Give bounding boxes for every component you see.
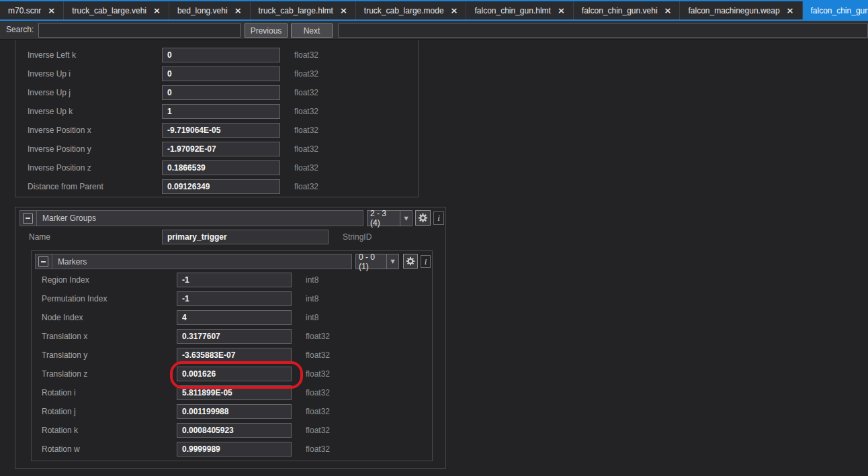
field-type: float32 — [294, 104, 318, 119]
field-label: Inverse Position z — [28, 160, 91, 175]
block-index-value: 2 - 3 (4) — [367, 211, 400, 226]
field-label: Name — [29, 230, 50, 244]
tab-label: truck_cab_large.mode — [364, 6, 444, 15]
block-index-dropdown[interactable]: 2 - 3 (4) ▼ — [367, 210, 413, 226]
tab-falcon-machinegun-weap[interactable]: falcon_machinegun.weap × — [680, 1, 802, 19]
field-row: Translation y float32 — [32, 348, 432, 363]
tab-label: falcon_machinegun.weap — [688, 6, 779, 15]
field-input-inverse-position-z[interactable] — [162, 160, 280, 175]
settings-button[interactable] — [415, 210, 431, 226]
collapse-button[interactable] — [38, 256, 48, 267]
close-icon[interactable]: × — [153, 6, 161, 15]
search-input[interactable] — [38, 23, 241, 38]
field-row: Region Index int8 — [32, 273, 432, 287]
field-input-translation-z[interactable] — [177, 367, 292, 381]
search-label: Search: — [6, 21, 34, 39]
field-type: float32 — [294, 179, 318, 194]
field-row: Rotation k float32 — [32, 423, 432, 438]
field-label: Translation z — [42, 367, 87, 381]
field-row: Inverse Position x float32 — [15, 123, 418, 138]
field-type: int8 — [306, 291, 318, 306]
gear-icon — [406, 256, 415, 266]
field-input-inverse-position-y[interactable] — [162, 142, 280, 156]
field-label: Rotation j — [42, 404, 76, 419]
field-type: float32 — [306, 329, 330, 344]
field-input-inverse-position-x[interactable] — [162, 123, 280, 138]
field-row: Inverse Position y float32 — [15, 142, 418, 156]
tab-label: falcon_chin_gun.mode — [811, 6, 868, 15]
field-row: Name StringID — [15, 230, 445, 244]
close-icon[interactable]: × — [664, 6, 672, 15]
field-row: Rotation w float32 — [32, 442, 432, 457]
field-input-inverse-up-j[interactable] — [162, 85, 280, 100]
field-type: float32 — [306, 404, 330, 419]
field-input-inverse-up-i[interactable] — [162, 66, 280, 81]
tab-label: falcon_chin_gun.vehi — [582, 6, 658, 15]
tab-label: m70.scnr — [8, 6, 41, 15]
field-input-translation-y[interactable] — [177, 348, 292, 363]
tab-falcon-chin-gun-vehi[interactable]: falcon_chin_gun.vehi × — [574, 1, 681, 19]
field-label: Permutation Index — [42, 291, 107, 306]
close-icon[interactable]: × — [558, 6, 565, 15]
field-label: Inverse Up j — [28, 85, 71, 100]
field-label: Distance from Parent — [28, 179, 103, 194]
tab-falcon-chin-gun-hlmt[interactable]: falcon_chin_gun.hlmt × — [466, 1, 573, 19]
field-input-rotation-k[interactable] — [177, 423, 292, 438]
field-label: Rotation i — [42, 385, 76, 400]
marker-groups-header: Marker Groups — [19, 210, 363, 226]
node-section: Inverse Left k float32 Inverse Up i floa… — [15, 40, 419, 197]
field-row: Inverse Up j float32 — [15, 85, 418, 100]
divider — [36, 211, 37, 226]
field-row: Permutation Index int8 — [32, 291, 432, 306]
tab-m70-scnr[interactable]: m70.scnr × — [0, 1, 64, 19]
close-icon[interactable]: × — [340, 6, 347, 15]
field-input-rotation-j[interactable] — [177, 404, 292, 419]
toolbar-empty-strip — [338, 23, 868, 38]
field-type: int8 — [306, 310, 318, 325]
info-button[interactable]: i — [433, 211, 444, 225]
field-input-node-index[interactable] — [177, 310, 292, 325]
field-input-rotation-i[interactable] — [177, 385, 292, 400]
previous-button[interactable]: Previous — [245, 23, 288, 38]
settings-button[interactable] — [403, 254, 418, 269]
field-input-translation-x[interactable] — [177, 329, 292, 344]
marker-groups-section: Marker Groups 2 - 3 (4) ▼ — [15, 207, 446, 469]
field-label: Inverse Up i — [28, 66, 71, 81]
tab-falcon-chin-gun-mode-active[interactable]: falcon_chin_gun.mode × — [803, 1, 868, 19]
info-button[interactable]: i — [421, 255, 431, 268]
field-type: StringID — [343, 230, 372, 244]
minus-icon — [41, 261, 46, 263]
field-type: float32 — [306, 348, 330, 363]
close-icon[interactable]: × — [234, 6, 242, 15]
field-type: float32 — [294, 48, 318, 62]
section-title: Marker Groups — [42, 213, 96, 223]
tab-truck-cab-large-hlmt[interactable]: truck_cab_large.hlmt × — [251, 1, 356, 19]
field-type: int8 — [306, 273, 318, 287]
search-toolbar: Search: Previous Next — [0, 21, 868, 40]
field-input-rotation-w[interactable] — [177, 442, 292, 457]
tab-label: falcon_chin_gun.hlmt — [474, 6, 550, 15]
close-icon[interactable]: × — [48, 6, 55, 15]
field-row: Inverse Up k float32 — [15, 104, 418, 119]
block-index-dropdown[interactable]: 0 - 0 (1) ▼ — [355, 254, 399, 269]
tab-bed-long-vehi[interactable]: bed_long.vehi × — [169, 1, 251, 19]
field-input-distance-from-parent[interactable] — [162, 179, 280, 194]
field-input-inverse-up-k[interactable] — [162, 104, 280, 119]
field-input-name[interactable] — [162, 230, 329, 244]
next-button[interactable]: Next — [291, 23, 333, 38]
collapse-button[interactable] — [23, 213, 33, 224]
field-type: float32 — [294, 85, 318, 100]
field-label: Inverse Position x — [28, 123, 91, 138]
tab-truck-cab-large-vehi[interactable]: truck_cab_large.vehi × — [64, 1, 169, 19]
close-icon[interactable]: × — [787, 6, 794, 15]
close-icon[interactable]: × — [451, 6, 458, 15]
tab-label: bed_long.vehi — [177, 6, 228, 15]
field-input-inverse-left-k[interactable] — [162, 48, 280, 62]
field-type: float32 — [294, 123, 318, 138]
divider — [52, 254, 52, 269]
field-input-permutation-index[interactable] — [177, 291, 292, 306]
field-input-region-index[interactable] — [177, 273, 292, 287]
field-type: float32 — [306, 367, 330, 381]
field-row: Rotation j float32 — [32, 404, 432, 419]
tab-truck-cab-large-mode[interactable]: truck_cab_large.mode × — [356, 1, 467, 19]
